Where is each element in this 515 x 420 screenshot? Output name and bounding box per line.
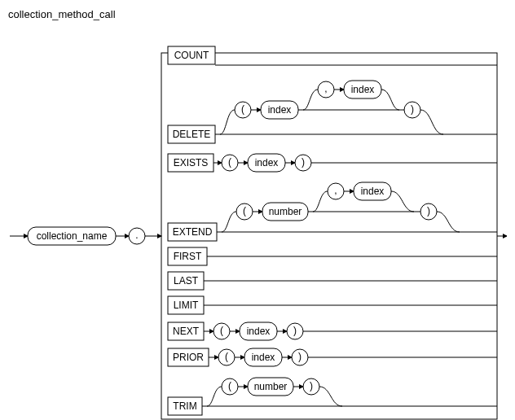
limit-label: LIMIT <box>174 300 199 311</box>
delete-label: DELETE <box>173 129 211 140</box>
last-label: LAST <box>174 275 199 287</box>
svg-text:(: ( <box>243 205 246 217</box>
trim-label: TRIM <box>173 400 196 412</box>
dot-label: . <box>135 230 138 241</box>
syntax-diagram: collection_name . COUNT DELETE ( index , <box>8 20 507 420</box>
exists-label: EXISTS <box>174 157 209 168</box>
collection-name-label: collection_name <box>37 230 108 242</box>
svg-text:number: number <box>269 206 302 217</box>
svg-text:): ) <box>302 156 305 168</box>
svg-text:(: ( <box>220 325 223 336</box>
prior-label: PRIOR <box>173 352 204 363</box>
svg-text:index: index <box>252 352 275 363</box>
svg-text:(: ( <box>225 351 228 362</box>
svg-text:index: index <box>351 84 375 95</box>
svg-text:): ) <box>293 325 297 336</box>
svg-text:,: , <box>334 185 337 196</box>
svg-text:): ) <box>411 103 414 115</box>
svg-text:): ) <box>427 205 430 217</box>
svg-text:index: index <box>247 326 271 337</box>
svg-text:number: number <box>254 381 288 392</box>
svg-text:index: index <box>255 157 279 168</box>
svg-text:index: index <box>361 186 385 197</box>
svg-text:): ) <box>310 380 313 392</box>
extend-label: EXTEND <box>173 226 213 238</box>
svg-text:index: index <box>268 104 292 116</box>
svg-text:(: ( <box>228 380 231 392</box>
diagram-title: collection_method_call <box>8 8 507 20</box>
count-label: COUNT <box>174 50 209 61</box>
svg-text:(: ( <box>228 156 231 168</box>
svg-text:): ) <box>298 351 302 362</box>
svg-text:,: , <box>324 83 327 94</box>
svg-text:(: ( <box>241 103 244 115</box>
first-label: FIRST <box>174 251 202 262</box>
next-label: NEXT <box>173 326 200 337</box>
